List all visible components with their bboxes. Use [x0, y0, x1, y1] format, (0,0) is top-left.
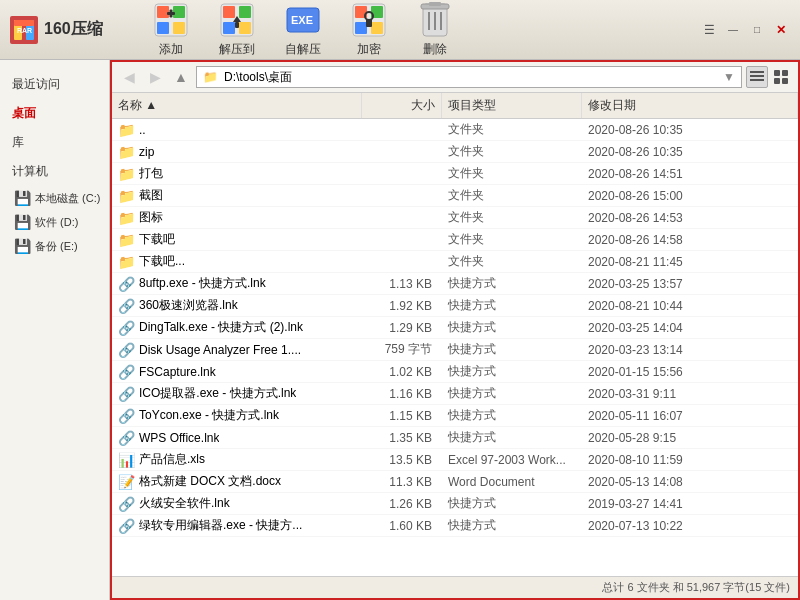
- file-date-cell: 2020-03-23 13:14: [582, 343, 798, 357]
- address-bar[interactable]: 📁 ▼: [196, 66, 742, 88]
- file-type-cell: 快捷方式: [442, 407, 582, 424]
- svg-rect-8: [157, 22, 169, 34]
- svg-rect-39: [774, 78, 780, 84]
- toolbar-delete-button[interactable]: 删除: [407, 0, 463, 62]
- drive-c-label: 本地磁盘 (C:): [35, 191, 100, 206]
- sidebar-item-computer[interactable]: 计算机: [0, 157, 109, 186]
- toolbar-add-button[interactable]: 添加: [143, 0, 199, 62]
- file-row[interactable]: 🔗 FSCapture.lnk 1.02 KB 快捷方式 2020-01-15 …: [112, 361, 798, 383]
- maximize-button[interactable]: □: [748, 21, 766, 39]
- nav-bar: ◀ ▶ ▲ 📁 ▼: [112, 62, 798, 93]
- file-date-cell: 2020-05-13 14:08: [582, 475, 798, 489]
- minimize-button[interactable]: —: [724, 21, 742, 39]
- file-row[interactable]: 🔗 ToYcon.exe - 快捷方式.lnk 1.15 KB 快捷方式 202…: [112, 405, 798, 427]
- sidebar-item-desktop[interactable]: 桌面: [0, 99, 109, 128]
- file-row[interactable]: 🔗 DingTalk.exe - 快捷方式 (2).lnk 1.29 KB 快捷…: [112, 317, 798, 339]
- toolbar-encrypt-button[interactable]: 加密: [341, 0, 397, 62]
- file-row[interactable]: 📊 产品信息.xls 13.5 KB Excel 97-2003 Work...…: [112, 449, 798, 471]
- file-date-cell: 2020-03-25 14:04: [582, 321, 798, 335]
- file-row[interactable]: 🔗 WPS Office.lnk 1.35 KB 快捷方式 2020-05-28…: [112, 427, 798, 449]
- address-dropdown-icon[interactable]: ▼: [723, 70, 735, 84]
- file-icon: 🔗: [118, 386, 135, 402]
- file-name-text: 图标: [139, 209, 163, 226]
- drive-d-icon: 💾: [14, 214, 31, 230]
- sidebar-drive-c[interactable]: 💾 本地磁盘 (C:): [0, 186, 109, 210]
- list-view-icon: [750, 70, 764, 84]
- svg-rect-27: [366, 19, 372, 27]
- file-row[interactable]: 📁 zip 文件夹 2020-08-26 10:35: [112, 141, 798, 163]
- file-list[interactable]: 名称 ▲ 大小 项目类型 修改日期 📁 .. 文件夹 2020-08-26 10…: [112, 93, 798, 576]
- svg-rect-9: [173, 22, 185, 34]
- back-button[interactable]: ◀: [118, 66, 140, 88]
- address-folder-icon: 📁: [203, 70, 218, 84]
- file-name-cell: 🔗 360极速浏览器.lnk: [112, 297, 362, 314]
- file-row[interactable]: 📁 截图 文件夹 2020-08-26 15:00: [112, 185, 798, 207]
- file-row[interactable]: 📁 打包 文件夹 2020-08-26 14:51: [112, 163, 798, 185]
- drive-c-icon: 💾: [14, 190, 31, 206]
- svg-text:RAR: RAR: [17, 27, 32, 34]
- file-icon: 📝: [118, 474, 135, 490]
- col-header-size[interactable]: 大小: [362, 93, 442, 118]
- file-row[interactable]: 🔗 Disk Usage Analyzer Free 1.... 759 字节 …: [112, 339, 798, 361]
- file-type-cell: 快捷方式: [442, 275, 582, 292]
- forward-button[interactable]: ▶: [144, 66, 166, 88]
- file-date-cell: 2020-08-26 14:53: [582, 211, 798, 225]
- file-name-cell: 📁 ..: [112, 122, 362, 138]
- file-row[interactable]: 📝 格式新建 DOCX 文档.docx 11.3 KB Word Documen…: [112, 471, 798, 493]
- col-header-type[interactable]: 项目类型: [442, 93, 582, 118]
- add-icon: [153, 2, 189, 38]
- file-type-cell: 文件夹: [442, 231, 582, 248]
- sidebar-item-library[interactable]: 库: [0, 128, 109, 157]
- file-row[interactable]: 🔗 绿软专用编辑器.exe - 快捷方... 1.60 KB 快捷方式 2020…: [112, 515, 798, 537]
- svg-rect-13: [223, 6, 235, 18]
- file-name-text: 产品信息.xls: [139, 451, 205, 468]
- file-type-cell: 快捷方式: [442, 429, 582, 446]
- delete-icon: [417, 2, 453, 38]
- file-row[interactable]: 🔗 火绒安全软件.lnk 1.26 KB 快捷方式 2019-03-27 14:…: [112, 493, 798, 515]
- file-date-cell: 2020-08-21 11:45: [582, 255, 798, 269]
- file-icon: 📁: [118, 210, 135, 226]
- address-input[interactable]: [224, 70, 723, 84]
- file-type-cell: 文件夹: [442, 121, 582, 138]
- svg-rect-38: [782, 70, 788, 76]
- file-row[interactable]: 📁 下载吧 文件夹 2020-08-26 14:58: [112, 229, 798, 251]
- file-type-cell: 快捷方式: [442, 341, 582, 358]
- col-header-date[interactable]: 修改日期: [582, 93, 798, 118]
- close-button[interactable]: ✕: [772, 21, 790, 39]
- file-size-cell: 1.15 KB: [362, 409, 442, 423]
- file-type-cell: 快捷方式: [442, 517, 582, 534]
- file-type-cell: 文件夹: [442, 253, 582, 270]
- up-button[interactable]: ▲: [170, 66, 192, 88]
- file-row[interactable]: 🔗 360极速浏览器.lnk 1.92 KB 快捷方式 2020-08-21 1…: [112, 295, 798, 317]
- file-browser: ◀ ▶ ▲ 📁 ▼: [110, 60, 800, 600]
- file-row[interactable]: 📁 下载吧... 文件夹 2020-08-21 11:45: [112, 251, 798, 273]
- file-row[interactable]: 📁 图标 文件夹 2020-08-26 14:53: [112, 207, 798, 229]
- svg-rect-40: [782, 78, 788, 84]
- svg-rect-36: [750, 79, 764, 81]
- file-name-text: DingTalk.exe - 快捷方式 (2).lnk: [139, 319, 303, 336]
- file-icon: 🔗: [118, 430, 135, 446]
- file-date-cell: 2020-08-26 15:00: [582, 189, 798, 203]
- grid-view-button[interactable]: [770, 66, 792, 88]
- drive-d-label: 软件 (D:): [35, 215, 78, 230]
- file-icon: 🔗: [118, 342, 135, 358]
- file-row[interactable]: 🔗 8uftp.exe - 快捷方式.lnk 1.13 KB 快捷方式 2020…: [112, 273, 798, 295]
- svg-rect-30: [429, 2, 441, 6]
- list-view-button[interactable]: [746, 66, 768, 88]
- sidebar-drive-d[interactable]: 💾 软件 (D:): [0, 210, 109, 234]
- file-icon: 📊: [118, 452, 135, 468]
- col-header-name[interactable]: 名称 ▲: [112, 93, 362, 118]
- file-name-text: 火绒安全软件.lnk: [139, 495, 230, 512]
- file-date-cell: 2020-08-21 10:44: [582, 299, 798, 313]
- sidebar-drive-e[interactable]: 💾 备份 (E:): [0, 234, 109, 258]
- sidebar-item-recent[interactable]: 最近访问: [0, 70, 109, 99]
- file-row[interactable]: 🔗 ICO提取器.exe - 快捷方式.lnk 1.16 KB 快捷方式 202…: [112, 383, 798, 405]
- file-icon: 🔗: [118, 276, 135, 292]
- toolbar-extract-button[interactable]: 解压到: [209, 0, 265, 62]
- file-row[interactable]: 📁 .. 文件夹 2020-08-26 10:35: [112, 119, 798, 141]
- file-list-header: 名称 ▲ 大小 项目类型 修改日期: [112, 93, 798, 119]
- file-name-text: Disk Usage Analyzer Free 1....: [139, 343, 301, 357]
- view-list-button[interactable]: ☰: [700, 21, 718, 39]
- toolbar-selfext-button[interactable]: EXE 自解压: [275, 0, 331, 62]
- file-icon: 🔗: [118, 320, 135, 336]
